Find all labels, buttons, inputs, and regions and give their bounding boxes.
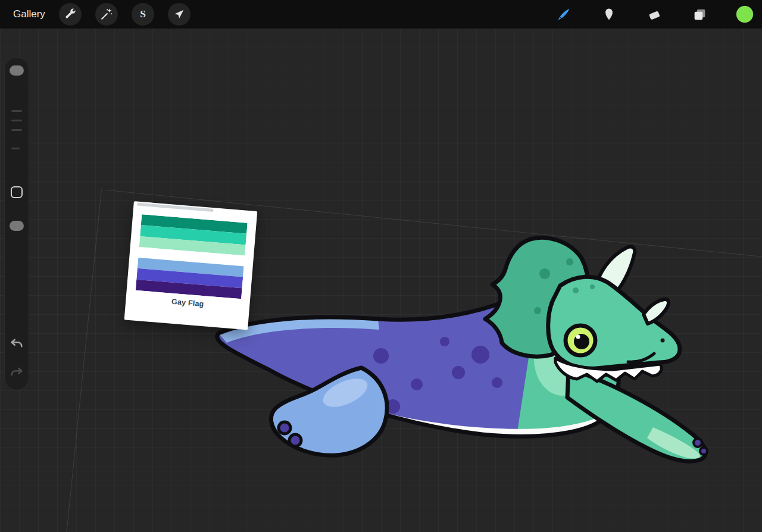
- brush-tool-button[interactable]: [555, 5, 573, 23]
- svg-text:S: S: [140, 8, 146, 20]
- wrench-icon: [64, 8, 77, 21]
- color-swatch: [736, 5, 754, 23]
- brush-icon: [556, 7, 572, 22]
- dino-nose-horn: [644, 299, 669, 324]
- brush-size-slider[interactable]: [10, 65, 24, 76]
- top-toolbar: Gallery S: [0, 0, 762, 29]
- triceratops-artwork: [211, 231, 711, 469]
- dino-face: [548, 277, 680, 368]
- gay-flag-image: [136, 214, 248, 299]
- slider-tick: [11, 120, 22, 121]
- color-button[interactable]: [736, 5, 754, 23]
- transform-arrow-icon: [173, 8, 186, 21]
- slider-tick: [11, 129, 22, 131]
- gallery-button[interactable]: Gallery: [13, 8, 45, 20]
- slider-tick: [11, 148, 20, 149]
- adjustments-button[interactable]: [95, 3, 118, 26]
- smudge-tool-button[interactable]: [600, 5, 618, 23]
- smudge-finger-icon: [602, 7, 616, 21]
- canvas-surface[interactable]: Gay Flag: [0, 29, 762, 532]
- layers-button[interactable]: [691, 5, 708, 23]
- slider-tick: [11, 110, 22, 112]
- transform-button[interactable]: [168, 3, 190, 26]
- undo-icon: [9, 337, 24, 353]
- left-sidebar: [5, 58, 29, 390]
- selection-s-icon: S: [136, 8, 149, 21]
- magic-wand-icon: [100, 8, 113, 21]
- paint-tools-group: [555, 5, 762, 23]
- modify-button[interactable]: [11, 186, 23, 198]
- redo-icon: [9, 366, 24, 381]
- reference-image-crop-sliver: [137, 202, 213, 211]
- eraser-icon: [647, 7, 662, 22]
- dino-nostril: [661, 339, 665, 343]
- undo-button[interactable]: [9, 337, 24, 353]
- reference-image-card: Gay Flag: [124, 201, 258, 330]
- dino-eye: [566, 326, 595, 355]
- redo-button[interactable]: [9, 366, 24, 381]
- opacity-slider[interactable]: [10, 221, 24, 231]
- eraser-tool-button[interactable]: [645, 5, 663, 23]
- selection-button[interactable]: S: [132, 3, 154, 26]
- layers-icon: [692, 7, 707, 22]
- actions-button[interactable]: [59, 3, 82, 26]
